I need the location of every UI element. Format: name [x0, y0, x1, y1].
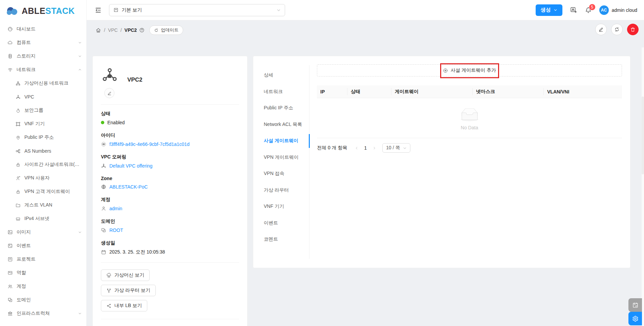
sidebar-item-wifi[interactable]: 네트워크	[0, 63, 86, 77]
next-page-icon[interactable]	[371, 145, 378, 151]
update-button[interactable]: 업데이트	[149, 25, 183, 35]
detail-tab[interactable]: 이벤트	[253, 215, 309, 232]
sidebar-item-project[interactable]: 프로젝트	[0, 253, 86, 266]
brand-cloud-icon	[6, 6, 20, 16]
table-column-header: VLAN/VNI	[544, 85, 622, 98]
calendar-icon	[101, 249, 106, 255]
menu-fold-icon[interactable]	[95, 7, 102, 14]
detail-tab[interactable]: VNF 기기	[253, 198, 309, 215]
sidebar-item-label: 스토리지	[17, 53, 36, 59]
sidebar-item-storage[interactable]: 스토리지	[0, 49, 86, 63]
refresh-button[interactable]	[611, 24, 623, 35]
detail-tab[interactable]: 가상 라우터	[253, 182, 309, 199]
sidebar-item-pin[interactable]: Public IP 주소	[0, 131, 86, 144]
pagination-total: 전체 0 개 항목	[317, 145, 347, 151]
edit-name-button[interactable]	[104, 88, 114, 98]
chevron-down-icon	[78, 231, 82, 234]
detail-tab[interactable]: 사설 게이트웨이	[253, 133, 309, 149]
event-shortcut-button[interactable]	[628, 298, 642, 312]
private-gateway-panel: 사설 게이트웨이 추가 IP상태게이트웨이넷마스크VLAN/VNI No Dat…	[317, 64, 622, 153]
project-view-select[interactable]: 기본 보기	[109, 4, 285, 16]
sidebar-item-picture[interactable]: 이미지	[0, 225, 86, 239]
create-button[interactable]: 생성	[536, 4, 562, 16]
sidebar-item-bank[interactable]: 인프라스트럭쳐	[0, 307, 86, 320]
dashboard-icon	[7, 26, 13, 32]
user-menu[interactable]: AC admin cloud	[599, 5, 638, 15]
sidebar-item-dashboard[interactable]: 대시보드	[0, 22, 86, 36]
detail-tab[interactable]: Network ACL 목록	[253, 116, 309, 133]
sidebar-item-label: 인프라스트럭쳐	[17, 310, 50, 317]
detail-tab[interactable]: Public IP 주소	[253, 100, 309, 116]
info-value-text: Enabled	[107, 120, 125, 125]
settings-button[interactable]	[628, 312, 642, 325]
info-label: VPC 오퍼링	[101, 154, 239, 160]
notification-badge: 5	[589, 4, 596, 10]
sidebar-item-blocks[interactable]: 도메인	[0, 293, 86, 307]
detail-tab[interactable]: VPN 접속	[253, 166, 309, 182]
sidebar-item-lock[interactable]: VPN 고객 게이트웨이	[0, 185, 86, 198]
language-icon[interactable]	[570, 6, 577, 14]
sidebar-item-apartment[interactable]: 가상머신용 네트워크	[0, 77, 86, 90]
prev-page-icon[interactable]	[353, 145, 360, 151]
notifications-button[interactable]: 5	[585, 6, 592, 14]
pin-icon	[16, 135, 21, 140]
detail-tab[interactable]: 코멘트	[253, 231, 309, 248]
view-fork-button[interactable]: 가상 라우터 보기	[101, 285, 156, 296]
sidebar-item-cloud[interactable]: 컴퓨트	[0, 36, 86, 49]
chevron-up-icon	[78, 68, 82, 71]
edit-button[interactable]	[595, 24, 607, 35]
sidebar-item-subnet[interactable]: IPv4 서브넷	[0, 212, 86, 225]
header-right-group: 생성 5 AC admin cloud	[536, 4, 638, 16]
add-private-gateway-button[interactable]: 사설 게이트웨이 추가	[317, 64, 622, 77]
scrollbar-track[interactable]	[642, 47, 644, 326]
sidebar-item-asnumbers[interactable]: AS Numbers	[0, 144, 86, 158]
project-icon	[113, 7, 119, 13]
vnf-icon	[16, 122, 21, 127]
storage-icon	[7, 53, 13, 59]
sidebar-item-folder[interactable]: 게스트 VLAN	[0, 198, 86, 212]
help-icon[interactable]	[139, 27, 145, 33]
status-dot	[101, 121, 104, 124]
breadcrumb: / VPC / VPC2 업데이트	[87, 20, 644, 40]
sidebar-item-team[interactable]: 계정	[0, 280, 86, 293]
detail-tab[interactable]: 상세	[253, 67, 309, 84]
page-size-select[interactable]: 10 / 쪽	[382, 143, 410, 153]
sidebar-item-vnf[interactable]: VNF 기기	[0, 117, 86, 131]
vpc-info-sections: 상태Enabled아이디f3fff4f9-a49c-4e66-9cbf-7cf5…	[101, 111, 239, 255]
breadcrumb-vpc[interactable]: VPC	[108, 27, 118, 33]
app-root: ABLESTACK 대시보드컴퓨트스토리지네트워크가상머신용 네트워크VPC보안…	[0, 0, 644, 326]
sidebar-item-label: 대시보드	[17, 26, 36, 32]
detail-tab[interactable]: VPN 게이트웨이	[253, 149, 309, 166]
sidebar-item-label: 역할	[17, 270, 26, 276]
edit-icon	[107, 91, 112, 95]
sidebar-item-idcard[interactable]: 역할	[0, 266, 86, 280]
view-share-button[interactable]: 내부 LB 보기	[101, 300, 147, 311]
sidebar-item-vpc[interactable]: VPC	[0, 90, 86, 104]
info-value[interactable]: f3fff4f9-a49c-4e66-9cbf-7cf5d1a1c01d	[101, 142, 239, 147]
schedule-icon	[7, 243, 13, 248]
sidebar-item-lock[interactable]: 사이트간 사설네트워크(VP...	[0, 158, 86, 171]
sidebar-item-label: 도메인	[17, 297, 31, 303]
info-value-text: ABLESTACK-PoC	[109, 184, 148, 190]
view-vmview-button[interactable]: 가상머신 보기	[101, 269, 150, 281]
info-value[interactable]: admin	[101, 206, 239, 211]
empty-box-icon	[459, 108, 480, 122]
brand-logo[interactable]: ABLESTACK	[0, 0, 86, 22]
info-section: 도메인ROOT	[101, 218, 239, 233]
delete-button[interactable]	[627, 24, 639, 35]
page-number[interactable]: 1	[364, 145, 367, 151]
sidebar-item-userswitch[interactable]: VPN 사용자	[0, 171, 86, 185]
info-value-text: admin	[109, 206, 122, 211]
detail-tab[interactable]: 네트워크	[253, 84, 309, 100]
info-value[interactable]: ABLESTACK-PoC	[101, 184, 239, 190]
info-value[interactable]: Default VPC offering	[101, 163, 239, 169]
vpc-summary-card: VPC2 상태Enabled아이디f3fff4f9-a49c-4e66-9cbf…	[92, 56, 248, 326]
cloud-icon	[7, 40, 13, 45]
sidebar-item-fire[interactable]: 보안그룹	[0, 104, 86, 117]
home-icon[interactable]	[95, 27, 101, 33]
barcode-icon	[101, 142, 106, 147]
scrollbar-thumb[interactable]	[642, 96, 644, 174]
top-header: 기본 보기 생성 5 AC admin	[87, 0, 644, 20]
info-value[interactable]: ROOT	[101, 227, 239, 233]
sidebar-item-schedule[interactable]: 이벤트	[0, 239, 86, 253]
